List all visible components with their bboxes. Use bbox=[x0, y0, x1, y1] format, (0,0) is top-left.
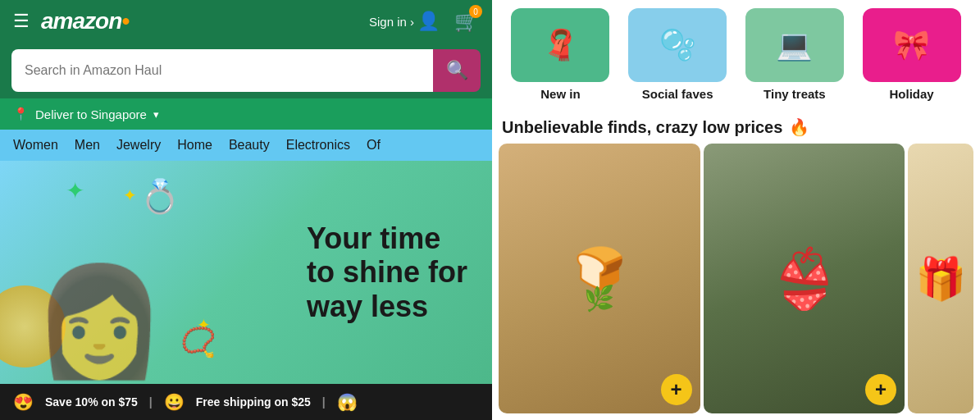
search-button[interactable]: 🔍 bbox=[433, 49, 481, 92]
banner-line3: way less bbox=[307, 290, 467, 323]
add-fashion-button[interactable]: + bbox=[865, 374, 896, 405]
nav-categories: Women Men Jewelry Home Beauty Electronic… bbox=[0, 130, 492, 161]
cart-badge: 0 bbox=[469, 5, 482, 18]
deliver-bar[interactable]: 📍 Deliver to Singapore ▾ bbox=[0, 98, 492, 130]
nav-cat-men[interactable]: Men bbox=[75, 138, 100, 153]
section-heading-text: Unbelievable finds, crazy low prices bbox=[502, 118, 782, 137]
add-food-icon: + bbox=[670, 378, 681, 401]
product-card-gift-img: 🎁 bbox=[908, 144, 973, 413]
product-row: 🍞 🌿 + 👙 + 🎁 bbox=[492, 144, 980, 420]
food-visual: 🍞 🌿 bbox=[574, 244, 625, 313]
product-card-food-img: 🍞 🌿 bbox=[499, 144, 700, 413]
right-panel: 🧣 New in 🫧 Social faves 💻 Tiny treats 🎀 … bbox=[492, 0, 980, 420]
add-fashion-icon: + bbox=[875, 378, 887, 401]
promo-1: Save 10% on $75 bbox=[45, 395, 138, 409]
user-icon: 👤 bbox=[417, 11, 440, 32]
separator-2: | bbox=[322, 395, 326, 409]
header-right: Sign in › 👤 🛒 0 bbox=[369, 10, 479, 33]
bottom-bar: 😍 Save 10% on $75 | 😀 Free shipping on $… bbox=[0, 384, 492, 420]
search-icon: 🔍 bbox=[446, 60, 468, 81]
search-input[interactable] bbox=[11, 49, 433, 92]
cat-tile-new-in[interactable]: 🧣 New in bbox=[502, 8, 619, 101]
chevron-down-icon: ▾ bbox=[153, 108, 159, 121]
cart-button[interactable]: 🛒 0 bbox=[454, 10, 479, 33]
nav-cat-more[interactable]: Of bbox=[367, 138, 381, 153]
product-card-food: 🍞 🌿 + bbox=[499, 144, 700, 413]
banner: ✦ ✦ ✦ 👩 💍 📿 Your time to shine for way l… bbox=[0, 161, 492, 384]
cat-tile-new-in-img: 🧣 bbox=[511, 8, 609, 82]
category-tiles: 🧣 New in 🫧 Social faves 💻 Tiny treats 🎀 … bbox=[492, 0, 980, 109]
sparkle-decoration: ✦ bbox=[123, 185, 137, 205]
nav-cat-electronics[interactable]: Electronics bbox=[286, 138, 350, 153]
cat-tile-social-faves[interactable]: 🫧 Social faves bbox=[619, 8, 736, 101]
amazon-logo: amazon• bbox=[41, 8, 129, 34]
emoji-1: 😍 bbox=[13, 392, 34, 412]
fashion-visual: 👙 bbox=[768, 245, 840, 313]
banner-person: 👩 bbox=[33, 259, 166, 384]
left-panel: ☰ amazon• Sign in › 👤 🛒 0 🔍 📍 Deliver to… bbox=[0, 0, 492, 420]
separator-1: | bbox=[149, 395, 153, 409]
cat-tile-social-faves-img: 🫧 bbox=[628, 8, 727, 82]
cat-tile-holiday[interactable]: 🎀 Holiday bbox=[853, 8, 970, 101]
product-card-fashion-img: 👙 bbox=[704, 144, 905, 413]
gift-visual: 🎁 bbox=[915, 255, 966, 303]
nav-cat-beauty[interactable]: Beauty bbox=[229, 138, 270, 153]
cat-tile-holiday-img: 🎀 bbox=[863, 8, 961, 82]
nav-cat-women[interactable]: Women bbox=[13, 138, 58, 153]
banner-line2: to shine for bbox=[307, 255, 467, 289]
fire-emoji: 🔥 bbox=[789, 117, 809, 137]
nav-cat-jewelry[interactable]: Jewelry bbox=[116, 138, 161, 153]
product-card-fashion: 👙 + bbox=[704, 144, 905, 413]
sign-in-button[interactable]: Sign in › 👤 bbox=[369, 11, 440, 32]
add-food-button[interactable]: + bbox=[661, 374, 692, 405]
cat-tile-holiday-label: Holiday bbox=[890, 87, 934, 101]
cat-tile-tiny-treats-label: Tiny treats bbox=[763, 87, 826, 101]
header: ☰ amazon• Sign in › 👤 🛒 0 bbox=[0, 0, 492, 43]
search-bar: 🔍 bbox=[11, 49, 481, 92]
banner-text: Your time to shine for way less bbox=[307, 221, 467, 323]
banner-line1: Your time bbox=[307, 221, 467, 255]
deliver-label: Deliver to Singapore bbox=[35, 107, 147, 121]
section-heading: Unbelievable finds, crazy low prices 🔥 bbox=[492, 109, 980, 144]
cat-tile-social-faves-label: Social faves bbox=[642, 87, 713, 101]
cat-tile-tiny-treats-img: 💻 bbox=[745, 8, 844, 82]
promo-2: Free shipping on $25 bbox=[196, 395, 311, 409]
cat-tile-tiny-treats[interactable]: 💻 Tiny treats bbox=[736, 8, 854, 101]
sign-in-label: Sign in › bbox=[369, 15, 414, 29]
banner-jewelry1: 💍 bbox=[139, 177, 180, 216]
location-icon: 📍 bbox=[13, 107, 29, 121]
product-card-gift: 🎁 bbox=[908, 144, 973, 413]
emoji-3: 😱 bbox=[337, 392, 358, 412]
hamburger-icon[interactable]: ☰ bbox=[13, 11, 30, 32]
logo-accent: • bbox=[121, 8, 129, 34]
banner-jewelry2: 📿 bbox=[180, 326, 217, 359]
star-decoration: ✦ bbox=[66, 177, 84, 204]
cat-tile-new-in-label: New in bbox=[540, 87, 580, 101]
nav-cat-home[interactable]: Home bbox=[177, 138, 212, 153]
emoji-2: 😀 bbox=[164, 392, 185, 412]
